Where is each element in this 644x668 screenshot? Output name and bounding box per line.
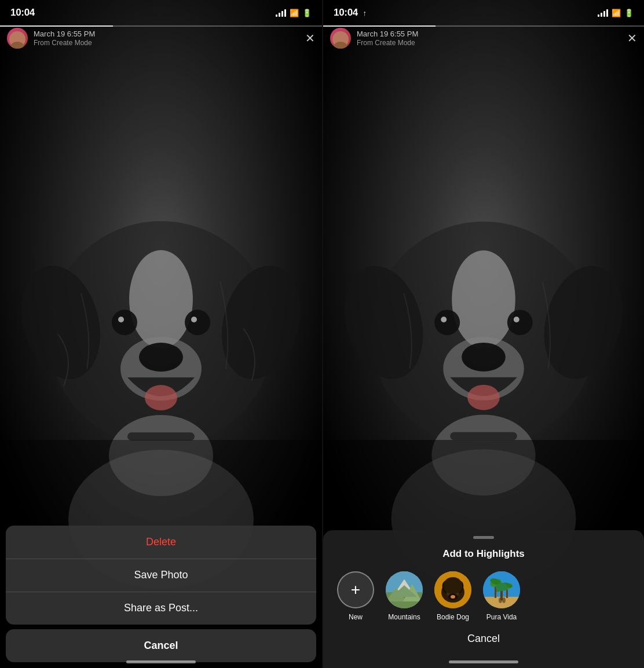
puravida-thumbnail-icon: [483, 571, 520, 608]
sheet-handle: [473, 536, 494, 539]
highlights-sheet: Add to Highlights + New: [323, 530, 644, 668]
svg-rect-47: [506, 588, 508, 598]
highlight-new-label: New: [349, 613, 363, 621]
svg-point-22: [514, 317, 519, 322]
status-icons: 📶 🔋: [276, 9, 312, 17]
bodie-thumbnail-icon: [434, 571, 471, 608]
svg-point-51: [502, 597, 506, 603]
svg-point-7: [185, 310, 210, 335]
svg-point-11: [145, 385, 177, 410]
signal-icon-right: [598, 9, 608, 17]
right-panel: 10:04 ↑ 📶 🔋 March 19 6:55 PM From Create…: [322, 0, 644, 668]
location-arrow-icon: ↑: [363, 9, 366, 17]
story-meta-right: March 19 6:55 PM From Create Mode: [357, 30, 627, 47]
svg-point-2: [129, 250, 193, 348]
highlight-puravida-label: Pura Vida: [486, 613, 517, 621]
status-bar-right: 10:04 ↑ 📶 🔋: [323, 0, 644, 25]
progress-bar: [0, 25, 322, 27]
svg-point-19: [434, 310, 460, 335]
delete-button[interactable]: Delete: [6, 526, 316, 559]
progress-fill: [0, 25, 113, 27]
save-photo-button[interactable]: Save Photo: [6, 559, 316, 592]
story-source: From Create Mode: [34, 39, 305, 47]
cancel-button[interactable]: Cancel: [6, 629, 316, 662]
status-icons-right: 📶 🔋: [598, 9, 634, 17]
progress-fill-right: [323, 25, 436, 27]
highlight-bodie-button[interactable]: Bodie Dog: [434, 571, 471, 621]
story-date: March 19 6:55 PM: [34, 30, 305, 38]
svg-rect-34: [434, 571, 471, 608]
story-source-right: From Create Mode: [357, 39, 627, 47]
highlight-puravida-circle: [483, 571, 520, 608]
signal-icon: [276, 9, 286, 17]
story-header: March 19 6:55 PM From Create Mode ✕: [7, 28, 315, 49]
svg-point-41: [451, 595, 455, 599]
battery-icon: 🔋: [302, 9, 312, 17]
highlight-puravida-button[interactable]: Pura Vida: [483, 571, 520, 621]
avatar-face-right: [332, 31, 349, 47]
highlight-bodie-label: Bodie Dog: [437, 613, 469, 621]
action-sheet: Delete Save Photo Share as Post... Cance…: [0, 526, 322, 668]
mountains-thumbnail-icon: [386, 571, 423, 608]
svg-point-10: [139, 343, 183, 372]
home-indicator: [126, 660, 196, 663]
story-meta: March 19 6:55 PM From Create Mode: [34, 30, 305, 47]
highlight-new-circle: +: [337, 571, 374, 608]
share-as-post-button[interactable]: Share as Post...: [6, 592, 316, 625]
highlight-mountains-button[interactable]: Mountains: [386, 571, 423, 621]
wifi-icon: 📶: [290, 9, 299, 17]
close-button-right[interactable]: ✕: [627, 31, 637, 45]
story-date-right: March 19 6:55 PM: [357, 30, 627, 38]
story-header-right: March 19 6:55 PM From Create Mode ✕: [330, 28, 637, 49]
svg-point-21: [507, 310, 533, 335]
left-panel: 10:04 📶 🔋 March 19 6:55 PM From Create M…: [0, 0, 322, 668]
home-indicator-right: [449, 660, 518, 663]
svg-point-24: [462, 343, 506, 372]
avatar-face: [9, 31, 25, 47]
status-time: 10:04: [10, 7, 35, 19]
highlight-new-button[interactable]: + New: [337, 571, 374, 621]
svg-rect-43: [483, 597, 520, 608]
avatar: [7, 28, 28, 49]
svg-point-16: [452, 251, 515, 348]
status-bar: 10:04 📶 🔋: [0, 0, 322, 25]
highlight-mountains-label: Mountains: [388, 613, 420, 621]
battery-icon-right: 🔋: [624, 9, 634, 17]
highlight-bodie-circle: [434, 571, 471, 608]
highlights-title: Add to Highlights: [323, 548, 644, 560]
progress-bar-right: [323, 25, 644, 27]
plus-icon: +: [351, 582, 360, 598]
svg-point-5: [112, 310, 137, 335]
svg-point-20: [441, 317, 447, 322]
svg-rect-13: [127, 432, 195, 441]
highlights-row: + New Mountains: [323, 571, 644, 621]
action-group: Delete Save Photo Share as Post...: [6, 526, 316, 625]
wifi-icon-right: 📶: [612, 9, 621, 17]
status-time-right: 10:04 ↑: [334, 7, 367, 19]
svg-rect-27: [450, 432, 517, 440]
svg-point-6: [118, 317, 124, 322]
avatar-right: [330, 28, 351, 49]
svg-point-8: [191, 317, 197, 322]
svg-point-25: [467, 385, 500, 410]
highlights-cancel-button[interactable]: Cancel: [323, 633, 644, 645]
highlight-mountains-circle: [386, 571, 423, 608]
svg-point-50: [499, 597, 502, 603]
close-button[interactable]: ✕: [305, 31, 315, 45]
